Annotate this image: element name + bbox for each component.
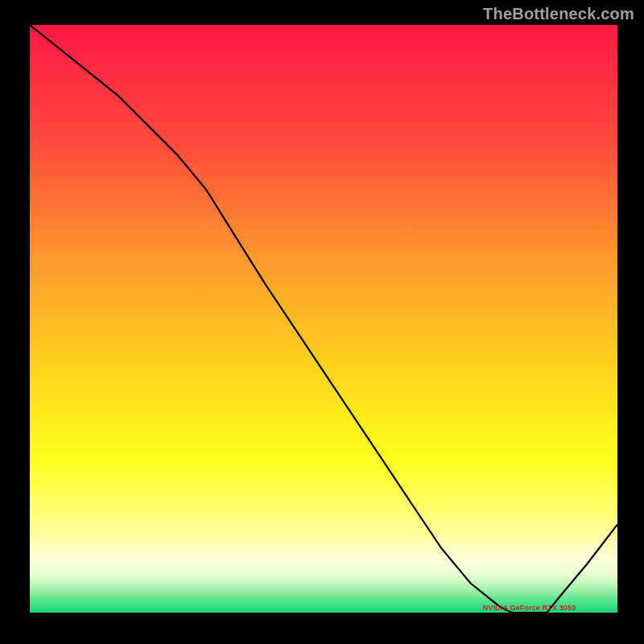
plot-area: NVIDIA GeForce RTX 3050 [30,25,617,613]
minima-marker-text: NVIDIA GeForce RTX 3050 [483,604,576,612]
minima-marker: NVIDIA GeForce RTX 3050 [483,604,576,612]
chart-container: TheBottleneck.com NVIDIA GeForce RTX 305… [0,0,644,644]
series-svg [30,25,617,613]
bottleneck-curve [30,25,617,613]
watermark-text: TheBottleneck.com [483,5,634,23]
